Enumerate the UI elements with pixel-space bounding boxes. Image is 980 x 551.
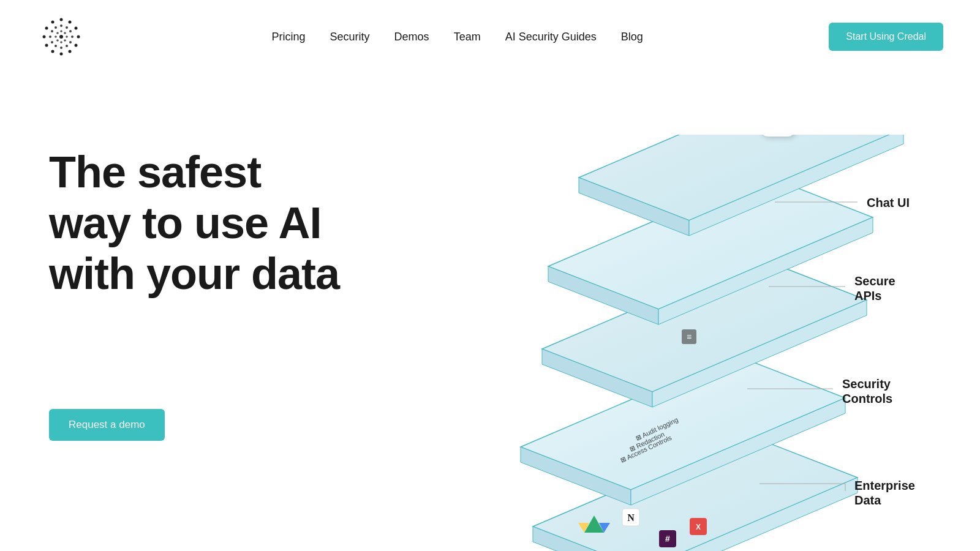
logo[interactable] [37,12,86,61]
svg-point-12 [60,24,62,27]
hero-section: The safest way to use AI with your data … [0,73,980,441]
svg-text:APIs: APIs [854,289,881,302]
svg-point-6 [60,53,63,56]
svg-point-22 [51,30,53,32]
svg-point-16 [69,41,72,43]
nav-demos[interactable]: Demos [394,31,429,43]
svg-point-7 [51,50,55,53]
svg-point-2 [75,27,78,30]
svg-point-27 [64,39,66,42]
nav-ai-security-guides[interactable]: AI Security Guides [505,31,597,43]
nav-team[interactable]: Team [454,31,481,43]
nav-security[interactable]: Security [330,31,370,43]
svg-text:Controls: Controls [842,392,892,405]
svg-text:Enterprise: Enterprise [854,479,915,492]
svg-point-19 [55,45,57,47]
svg-point-14 [69,30,72,32]
svg-text:#: # [665,534,670,544]
svg-text:X: X [696,523,701,531]
svg-text:Security: Security [842,377,891,391]
svg-text:N: N [627,512,635,523]
svg-point-15 [71,36,74,38]
svg-point-13 [66,26,68,29]
svg-point-30 [55,36,57,38]
hero-title: The safest way to use AI with your data [49,147,339,299]
main-nav: Pricing Security Demos Team AI Security … [272,31,643,43]
svg-point-29 [56,39,59,42]
svg-point-23 [55,26,57,29]
svg-text:Secure: Secure [854,274,895,288]
architecture-diagram: N # X Enterprise Data [429,135,980,551]
svg-point-5 [69,50,72,53]
svg-point-11 [51,21,55,24]
svg-point-8 [45,44,48,47]
nav-blog[interactable]: Blog [621,31,643,43]
svg-point-4 [75,44,78,47]
svg-point-32 [59,35,63,39]
svg-text:≡: ≡ [687,332,692,342]
svg-point-26 [66,36,68,38]
svg-point-28 [60,41,62,43]
start-using-credal-button[interactable]: Start Using Credal [829,23,943,51]
svg-point-18 [60,47,62,49]
svg-point-17 [66,45,68,47]
hero-text: The safest way to use AI with your data … [49,110,339,441]
svg-point-20 [51,41,53,43]
request-demo-button[interactable]: Request a demo [49,409,165,441]
nav-pricing[interactable]: Pricing [272,31,306,43]
diagram-svg: N # X Enterprise Data [429,135,980,551]
svg-point-24 [60,30,62,32]
svg-point-3 [77,36,80,39]
svg-text:Data: Data [854,493,881,507]
svg-point-1 [69,21,72,24]
svg-text:Chat UI: Chat UI [867,196,910,209]
svg-point-0 [60,18,63,21]
svg-point-10 [45,27,48,30]
svg-point-25 [64,32,66,34]
header: Pricing Security Demos Team AI Security … [0,0,980,73]
svg-point-9 [43,36,46,39]
svg-point-21 [49,36,51,38]
svg-point-31 [56,32,59,34]
